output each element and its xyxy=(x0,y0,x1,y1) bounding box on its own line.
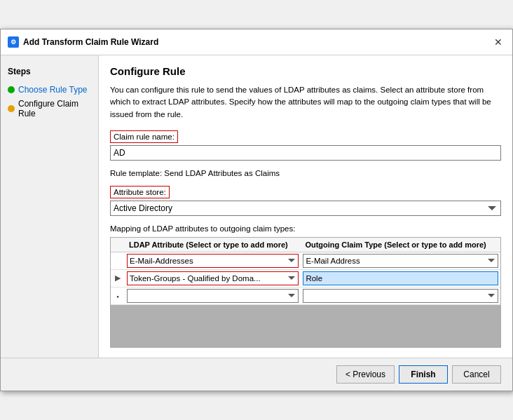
outgoing-select-1[interactable]: E-Mail Address xyxy=(303,254,498,268)
cancel-button[interactable]: Cancel xyxy=(452,365,501,384)
arrow-col-1 xyxy=(111,252,125,269)
previous-button[interactable]: < Previous xyxy=(336,365,395,384)
table-row: ● xyxy=(111,287,500,304)
outgoing-cell-1: E-Mail Address xyxy=(301,252,500,269)
outgoing-cell-3 xyxy=(301,287,500,304)
ldap-cell-1: E-Mail-Addresses xyxy=(125,252,301,269)
title-bar-left: ⚙ Add Transform Claim Rule Wizard xyxy=(8,36,158,48)
sidebar: Steps Choose Rule Type Configure Claim R… xyxy=(1,55,99,358)
sidebar-label-configure-claim-rule: Configure Claim Rule xyxy=(18,99,91,118)
mapping-table-header-row: LDAP Attribute (Select or type to add mo… xyxy=(111,238,500,252)
sidebar-item-choose-rule-type[interactable]: Choose Rule Type xyxy=(8,85,91,95)
claim-rule-name-label-wrapper: Claim rule name: xyxy=(110,130,178,143)
description-text: You can configure this rule to send the … xyxy=(110,84,501,121)
dialog-window: ⚙ Add Transform Claim Rule Wizard ✕ Step… xyxy=(0,29,513,391)
gray-area xyxy=(111,305,500,347)
sidebar-link-choose-rule-type[interactable]: Choose Rule Type xyxy=(18,85,88,95)
main-content: Configure Rule You can configure this ru… xyxy=(99,55,512,358)
row-arrow-icon: ▶ xyxy=(115,273,121,282)
claim-rule-name-group: Claim rule name: xyxy=(110,130,501,161)
col-outgoing-header: Outgoing Claim Type (Select or type to a… xyxy=(301,238,500,252)
page-title: Configure Rule xyxy=(110,65,501,77)
table-row: ▶ Token-Groups - Qualified by Doma... xyxy=(111,269,500,287)
col-arrow-header xyxy=(111,238,125,252)
bullet-icon: ● xyxy=(116,294,119,299)
sidebar-title: Steps xyxy=(8,67,91,76)
close-icon: ✕ xyxy=(494,36,502,48)
close-button[interactable]: ✕ xyxy=(491,35,505,49)
mapping-label: Mapping of LDAP attributes to outgoing c… xyxy=(110,224,501,233)
arrow-col-2: ▶ xyxy=(111,269,125,287)
wizard-icon: ⚙ xyxy=(8,36,19,48)
outgoing-select-3[interactable] xyxy=(303,289,498,303)
title-bar: ⚙ Add Transform Claim Rule Wizard ✕ xyxy=(1,29,512,55)
ldap-select-1[interactable]: E-Mail-Addresses xyxy=(127,254,299,268)
claim-rule-name-label: Claim rule name: xyxy=(114,133,175,141)
ldap-select-3[interactable] xyxy=(127,289,299,303)
mapping-table: LDAP Attribute (Select or type to add mo… xyxy=(111,238,500,305)
mapping-table-wrapper: LDAP Attribute (Select or type to add mo… xyxy=(110,237,501,348)
footer: < Previous Finish Cancel xyxy=(1,358,512,391)
ldap-cell-3 xyxy=(125,287,301,304)
rule-template-text: Rule template: Send LDAP Attributes as C… xyxy=(110,169,501,177)
attribute-store-label-wrapper: Attribute store: xyxy=(110,186,170,198)
claim-rule-name-input[interactable] xyxy=(110,145,501,161)
ldap-select-2[interactable]: Token-Groups - Qualified by Doma... xyxy=(127,271,299,285)
finish-button[interactable]: Finish xyxy=(399,365,448,384)
attribute-store-select[interactable]: Active Directory Custom Attribute Store xyxy=(110,201,501,216)
table-row: E-Mail-Addresses E-Mail Address xyxy=(111,252,500,269)
step-dot-choose-rule-type xyxy=(8,86,15,93)
sidebar-item-configure-claim-rule: Configure Claim Rule xyxy=(8,99,91,118)
step-dot-configure-claim-rule xyxy=(8,105,15,112)
outgoing-input-2[interactable] xyxy=(303,271,498,285)
bullet-col-3: ● xyxy=(111,287,125,304)
attribute-store-label: Attribute store: xyxy=(114,188,166,196)
col-ldap-header: LDAP Attribute (Select or type to add mo… xyxy=(125,238,301,252)
dialog-body: Steps Choose Rule Type Configure Claim R… xyxy=(1,55,512,358)
dialog-title: Add Transform Claim Rule Wizard xyxy=(23,37,158,47)
attribute-store-group: Attribute store: Active Directory Custom… xyxy=(110,186,501,216)
ldap-cell-2: Token-Groups - Qualified by Doma... xyxy=(125,269,301,287)
outgoing-cell-2 xyxy=(301,269,500,287)
